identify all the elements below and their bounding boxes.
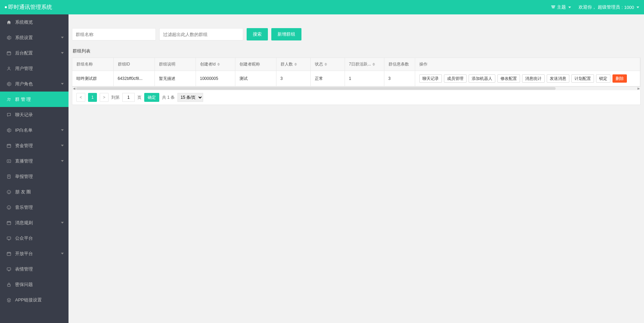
theme-switcher[interactable]: 主题 (551, 4, 571, 10)
table-cell: 1 (345, 71, 384, 86)
gear-icon (6, 35, 12, 40)
svg-point-10 (7, 205, 11, 209)
sidebar-item-8[interactable]: 资金管理 (0, 138, 69, 153)
next-page-button[interactable]: > (100, 93, 109, 102)
action-button[interactable]: 消息统计 (522, 74, 545, 83)
goto-label: 到第 (111, 95, 120, 100)
sidebar-item-label: 音乐管理 (15, 204, 33, 211)
theme-label: 主题 (557, 4, 566, 10)
action-button[interactable]: 成员管理 (444, 74, 467, 83)
svg-point-9 (9, 191, 10, 192)
toolbar: 搜索 新增群组 (69, 14, 644, 45)
report-icon (6, 174, 12, 179)
sidebar-item-label: 用户管理 (15, 65, 33, 72)
table-row: 哇吽测试群6432bff0cf8...暂无描述10000005测试3正常13聊天… (72, 71, 640, 86)
group-icon (6, 97, 12, 102)
action-button[interactable]: 计划配置 (571, 74, 594, 83)
action-button[interactable]: 聊天记录 (419, 74, 442, 83)
sidebar-item-14[interactable]: 公众平台 (0, 230, 69, 246)
action-button[interactable]: 添加机器人 (469, 74, 495, 83)
sidebar-item-6[interactable]: 聊天记录 (0, 107, 69, 122)
action-cell: 聊天记录成员管理添加机器人修改配置消息统计发送消息计划配置锁定删除 (415, 71, 640, 86)
sidebar-item-label: 举报管理 (15, 174, 33, 180)
sidebar-item-5[interactable]: 群 管 理 (0, 92, 69, 107)
pagination: < 1 > 到第 页 确定 共 1 条 15 条/页 (72, 90, 641, 105)
sort-icon (217, 63, 220, 66)
svg-point-12 (9, 207, 10, 207)
chevron-down-icon (61, 129, 64, 131)
page-number-button[interactable]: 1 (88, 93, 97, 102)
play-icon (6, 159, 12, 164)
sidebar-item-1[interactable]: 系统设置 (0, 30, 69, 45)
goto-suffix: 页 (137, 95, 141, 100)
sidebar-item-9[interactable]: 直播管理 (0, 153, 69, 169)
svg-point-7 (7, 190, 11, 194)
svg-rect-4 (7, 144, 11, 147)
filter-count-input[interactable] (159, 28, 243, 40)
sidebar-item-label: IP白名单 (15, 127, 33, 133)
svg-point-3 (9, 98, 10, 99)
column-header[interactable]: 7日群活跃... (345, 58, 384, 71)
add-group-button[interactable]: 新增群组 (271, 28, 301, 40)
sidebar-item-11[interactable]: 朋 友 圈 (0, 184, 69, 200)
home-icon (6, 20, 12, 25)
sidebar-item-0[interactable]: 系统概览 (0, 14, 69, 30)
table-cell: 暂无描述 (154, 71, 196, 86)
sidebar-item-17[interactable]: 密保问题 (0, 277, 69, 292)
chevron-down-icon (61, 52, 64, 54)
column-header: 群组说明 (154, 58, 196, 71)
sidebar-item-label: 资金管理 (15, 143, 33, 149)
sort-icon (372, 63, 375, 66)
sidebar-item-label: 系统概览 (15, 19, 33, 25)
page-size-select[interactable]: 15 条/页 (177, 93, 203, 102)
table-cell: 测试 (235, 71, 276, 86)
sidebar-item-10[interactable]: 举报管理 (0, 169, 69, 184)
search-button[interactable]: 搜索 (247, 28, 268, 40)
action-button[interactable]: 锁定 (596, 74, 610, 83)
chat-icon (6, 112, 12, 117)
sidebar-item-label: 消息规则 (15, 220, 33, 226)
sidebar-item-label: 朋 友 圈 (15, 189, 31, 195)
sidebar-item-label: APP链接设置 (15, 297, 42, 303)
sidebar-item-12[interactable]: 音乐管理 (0, 200, 69, 215)
action-button[interactable]: 删除 (612, 74, 627, 83)
prev-page-button[interactable]: < (76, 93, 85, 102)
calendar-icon (6, 251, 12, 256)
group-table: 群组名称群组ID群组说明创建者Id创建者昵称群人数状态7日群活跃...群信息条数… (72, 58, 640, 86)
scroll-right-arrow[interactable]: ▶ (636, 87, 641, 90)
goto-confirm-button[interactable]: 确定 (144, 93, 159, 102)
svg-point-2 (8, 98, 9, 99)
action-button[interactable]: 发送消息 (547, 74, 569, 83)
sidebar: 系统概览系统设置后台配置用户管理用户角色群 管 理聊天记录IP白名单资金管理直播… (0, 14, 69, 323)
column-header: 群信息条数 (384, 58, 415, 71)
user-menu[interactable]: 欢迎你， 超级管理员 : 1000 (579, 4, 639, 10)
column-header[interactable]: 群人数 (276, 58, 310, 71)
svg-rect-17 (8, 284, 10, 286)
monitor-icon (6, 236, 12, 241)
svg-rect-16 (7, 267, 11, 270)
sidebar-item-18[interactable]: APP链接设置 (0, 292, 69, 308)
sidebar-item-13[interactable]: 消息规则 (0, 215, 69, 230)
scrollbar-thumb[interactable] (76, 87, 556, 90)
sidebar-item-4[interactable]: 用户角色 (0, 76, 69, 92)
column-header[interactable]: 创建者Id (196, 58, 235, 71)
gear-icon (6, 128, 12, 133)
theme-icon (551, 5, 556, 10)
sidebar-item-7[interactable]: IP白名单 (0, 122, 69, 138)
action-button[interactable]: 修改配置 (497, 74, 520, 83)
sidebar-item-15[interactable]: 开放平台 (0, 246, 69, 261)
horizontal-scrollbar[interactable]: ◀ ▶ (72, 87, 641, 90)
scroll-left-arrow[interactable]: ◀ (72, 87, 76, 90)
group-name-input[interactable] (72, 28, 156, 40)
sidebar-item-label: 用户角色 (15, 81, 33, 87)
goto-page-input[interactable] (122, 93, 135, 102)
column-header: 群组ID (113, 58, 154, 71)
svg-point-1 (8, 67, 10, 69)
sidebar-item-3[interactable]: 用户管理 (0, 61, 69, 76)
chevron-down-icon (61, 83, 64, 85)
svg-rect-0 (7, 51, 11, 55)
sidebar-item-16[interactable]: 表情管理 (0, 261, 69, 277)
column-header[interactable]: 状态 (310, 58, 345, 71)
sidebar-item-2[interactable]: 后台配置 (0, 45, 69, 61)
table-container: 群组名称群组ID群组说明创建者Id创建者昵称群人数状态7日群活跃...群信息条数… (72, 58, 641, 87)
